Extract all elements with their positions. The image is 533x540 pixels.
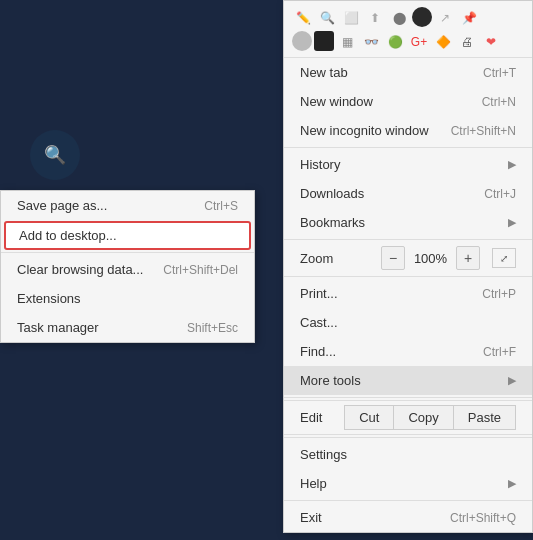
zoom-expand-button[interactable]: ⤢ xyxy=(492,248,516,268)
menu-history[interactable]: History ▶ xyxy=(284,150,532,179)
ext-icon-circle[interactable]: ⬤ xyxy=(388,7,410,29)
ext-icon-green-circle[interactable]: 🟢 xyxy=(384,31,406,53)
ext-icon-google-plus[interactable]: G+ xyxy=(408,31,430,53)
chrome-sep-1 xyxy=(284,147,532,148)
chrome-sep-4 xyxy=(284,397,532,398)
menu-item-save-page[interactable]: Save page as... Ctrl+S xyxy=(1,191,254,220)
menu-help[interactable]: Help ▶ xyxy=(284,469,532,498)
zoom-minus-button[interactable]: − xyxy=(381,246,405,270)
menu-item-add-to-desktop[interactable]: Add to desktop... xyxy=(4,221,251,250)
ext-icon-gray-circle[interactable] xyxy=(292,31,312,51)
context-menu-left: Save page as... Ctrl+S Add to desktop...… xyxy=(0,190,255,343)
ext-icon-glasses[interactable]: 👓 xyxy=(360,31,382,53)
menu-downloads[interactable]: Downloads Ctrl+J xyxy=(284,179,532,208)
chrome-menu: ✏️ 🔍 ⬜ ⬆ ⬤ ↗ 📌 ▦ 👓 🟢 G+ 🔶 🖨 ❤ New tab Ct… xyxy=(283,0,533,533)
chrome-sep-3 xyxy=(284,276,532,277)
menu-item-task-manager[interactable]: Task manager Shift+Esc xyxy=(1,313,254,342)
menu-settings[interactable]: Settings xyxy=(284,440,532,469)
extension-icons-area: ✏️ 🔍 ⬜ ⬆ ⬤ ↗ 📌 ▦ 👓 🟢 G+ 🔶 🖨 ❤ xyxy=(284,1,532,58)
ext-icon-upload[interactable]: ⬆ xyxy=(364,7,386,29)
menu-separator-1 xyxy=(1,252,254,253)
ext-icon-pin-red[interactable]: 📌 xyxy=(458,7,480,29)
menu-exit[interactable]: Exit Ctrl+Shift+Q xyxy=(284,503,532,532)
ext-icons-row-2: ▦ 👓 🟢 G+ 🔶 xyxy=(292,31,454,53)
zoom-control: Zoom − 100% + ⤢ xyxy=(284,242,532,274)
ext-icon-print[interactable]: 🖨 xyxy=(456,31,478,53)
menu-item-clear-browsing[interactable]: Clear browsing data... Ctrl+Shift+Del xyxy=(1,255,254,284)
ext-icons-row-3: 🖨 ❤ xyxy=(456,31,502,53)
ext-icon-dark[interactable] xyxy=(412,7,432,27)
menu-find[interactable]: Find... Ctrl+F xyxy=(284,337,532,366)
menu-bookmarks[interactable]: Bookmarks ▶ xyxy=(284,208,532,237)
cut-button[interactable]: Cut xyxy=(344,405,393,430)
ext-icon-grid[interactable]: ▦ xyxy=(336,31,358,53)
menu-more-tools[interactable]: More tools ▶ xyxy=(284,366,532,395)
menu-cast[interactable]: Cast... xyxy=(284,308,532,337)
edit-row: Edit Cut Copy Paste xyxy=(284,400,532,435)
chrome-sep-5 xyxy=(284,437,532,438)
ext-icon-arrow[interactable]: ↗ xyxy=(434,7,456,29)
ext-icon-highlight[interactable]: ✏️ xyxy=(292,7,314,29)
chrome-sep-6 xyxy=(284,500,532,501)
menu-item-extensions[interactable]: Extensions xyxy=(1,284,254,313)
ext-icon-pocket[interactable]: ❤ xyxy=(480,31,502,53)
ext-icon-dark-square[interactable] xyxy=(314,31,334,51)
paste-button[interactable]: Paste xyxy=(453,405,516,430)
search-icon: 🔍 xyxy=(30,130,80,180)
ext-icons-row-1: ✏️ 🔍 ⬜ ⬆ ⬤ ↗ 📌 xyxy=(292,7,480,29)
menu-new-tab[interactable]: New tab Ctrl+T xyxy=(284,58,532,87)
menu-new-incognito[interactable]: New incognito window Ctrl+Shift+N xyxy=(284,116,532,145)
ext-icon-search[interactable]: 🔍 xyxy=(316,7,338,29)
menu-new-window[interactable]: New window Ctrl+N xyxy=(284,87,532,116)
ext-icon-orange[interactable]: 🔶 xyxy=(432,31,454,53)
copy-button[interactable]: Copy xyxy=(393,405,452,430)
ext-icon-crop[interactable]: ⬜ xyxy=(340,7,362,29)
chrome-sep-2 xyxy=(284,239,532,240)
menu-print[interactable]: Print... Ctrl+P xyxy=(284,279,532,308)
zoom-plus-button[interactable]: + xyxy=(456,246,480,270)
